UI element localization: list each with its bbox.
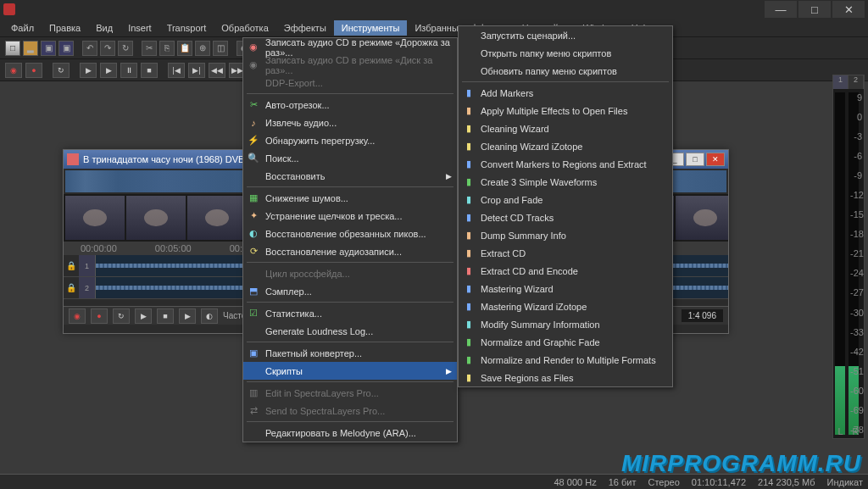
- menu-transport[interactable]: Transport: [159, 20, 214, 36]
- open-button[interactable]: ▂: [23, 41, 38, 56]
- go-end-button[interactable]: ▶|: [188, 63, 205, 78]
- menu-эффекты[interactable]: Эффекты: [276, 20, 334, 36]
- scrub-button[interactable]: ◐: [201, 308, 218, 324]
- undo-button[interactable]: ↶: [82, 41, 97, 56]
- stop-button[interactable]: ■: [141, 63, 158, 78]
- rewind-button[interactable]: ◀◀: [209, 63, 225, 78]
- meter-scale-tick: -18: [850, 229, 862, 239]
- repeat-button[interactable]: ↻: [118, 41, 133, 56]
- menu-обработка[interactable]: Обработка: [214, 20, 275, 36]
- menu-item[interactable]: Скрипты▶: [243, 362, 457, 380]
- pause-button[interactable]: ⏸: [120, 63, 137, 78]
- menu-item[interactable]: Generate Loudness Log...: [243, 322, 457, 340]
- menu-правка[interactable]: Правка: [42, 20, 88, 36]
- submenu-item[interactable]: ▮Normalize and Graphic Fade: [459, 333, 672, 351]
- play-all-button[interactable]: ▶: [100, 63, 117, 78]
- menu-item[interactable]: Восстановить▶: [243, 167, 457, 185]
- track-number[interactable]: 2: [79, 277, 96, 298]
- submenu-item[interactable]: ▮Add Markers: [459, 84, 672, 102]
- loop-button[interactable]: ↻: [53, 63, 70, 78]
- close-button[interactable]: ✕: [832, 1, 865, 18]
- cut-button[interactable]: ✂: [142, 41, 157, 56]
- meter-tab-1[interactable]: 1: [833, 75, 849, 89]
- submenu-item[interactable]: ▮Save Regions as Files: [459, 369, 672, 386]
- redo-button[interactable]: ↷: [100, 41, 115, 56]
- meter-tab-2[interactable]: 2: [849, 75, 864, 89]
- menu-item[interactable]: ⟳Восстановление аудиозаписи...: [243, 242, 457, 260]
- menu-item[interactable]: ▣Пакетный конвертер...: [243, 344, 457, 362]
- play-button[interactable]: ▶: [135, 308, 152, 324]
- menu-item[interactable]: Редактировать в Melodyne (ARA)...: [243, 424, 457, 442]
- script-icon: ▮: [462, 336, 476, 349]
- arm-record-button[interactable]: ◉: [5, 63, 22, 78]
- menu-item-icon: ⇄: [247, 404, 260, 418]
- menu-item[interactable]: ♪Извлечь аудио...: [243, 114, 457, 131]
- submenu-item[interactable]: ▮Crop and Fade: [459, 191, 672, 208]
- menu-item[interactable]: ◉Записать аудио CD в режиме «Дорожка за …: [243, 38, 457, 56]
- play-button[interactable]: ▶: [80, 63, 97, 78]
- menu-item[interactable]: ☑Статистика...: [243, 304, 457, 322]
- submenu-item[interactable]: ▮Extract CD: [459, 244, 672, 262]
- record-button[interactable]: ●: [25, 63, 42, 78]
- script-icon: ▮: [462, 104, 476, 118]
- submenu-item[interactable]: ▮Convert Markers to Regions and Extract: [459, 155, 672, 173]
- meter-scale-tick: -69: [850, 405, 862, 415]
- submenu-item[interactable]: ▮Detect CD Tracks: [459, 208, 672, 226]
- submenu-item[interactable]: ▮Mastering Wizard: [459, 280, 672, 297]
- menu-инструменты[interactable]: Инструменты: [334, 20, 408, 36]
- submenu-item[interactable]: Запустить сценарий...: [459, 26, 672, 44]
- submenu-item[interactable]: ▮Cleaning Wizard: [459, 119, 672, 137]
- menu-item-icon: ♪: [247, 116, 260, 130]
- loop-button[interactable]: ↻: [113, 308, 130, 324]
- menu-item-icon: [247, 169, 260, 183]
- save-as-button[interactable]: ▣: [58, 41, 74, 56]
- meter-bar-left: [835, 92, 845, 435]
- window-maximize-button[interactable]: □: [686, 153, 704, 166]
- track-number[interactable]: 1: [79, 255, 96, 276]
- submenu-item[interactable]: Открыть папку меню скриптов: [459, 44, 672, 62]
- record-button[interactable]: ●: [91, 308, 108, 324]
- submenu-item[interactable]: ▮Create 3 Simple Waveforms: [459, 173, 672, 191]
- meter-scale-tick: 9: [850, 92, 862, 103]
- submenu-item[interactable]: ▮Modify Summary Information: [459, 315, 672, 333]
- submenu-item[interactable]: Обновить папку меню скриптов: [459, 62, 672, 80]
- submenu-item-label: Cleaning Wizard iZotope: [481, 142, 582, 152]
- play-cursor-button[interactable]: ▶: [179, 308, 196, 324]
- stop-button[interactable]: ■: [157, 308, 174, 324]
- menu-item[interactable]: 🔍Поиск...: [243, 149, 457, 167]
- meter-scale-tick: -9: [850, 170, 862, 181]
- menu-item[interactable]: ▦Снижение шумов...: [243, 189, 457, 207]
- copy-button[interactable]: ⎘: [159, 41, 175, 56]
- menu-вид[interactable]: Вид: [88, 20, 120, 36]
- go-start-button[interactable]: |◀: [168, 63, 185, 78]
- submenu-item[interactable]: ▮Mastering Wizard iZotope: [459, 297, 672, 315]
- lock-icon[interactable]: 🔒: [64, 255, 79, 276]
- submenu-item[interactable]: ▮Apply Multiple Effects to Open Files: [459, 102, 672, 119]
- submenu-item[interactable]: ▮Normalize and Render to Multiple Format…: [459, 351, 672, 369]
- arm-record-button[interactable]: ◉: [69, 308, 86, 324]
- menu-item-icon: ▣: [247, 347, 260, 360]
- status-channels: Стерео: [648, 477, 679, 487]
- submenu-item[interactable]: ▮Cleaning Wizard iZotope: [459, 137, 672, 155]
- samples-field[interactable]: 1:4 096: [682, 309, 723, 322]
- script-icon: ▮: [462, 371, 476, 385]
- lock-icon[interactable]: 🔒: [64, 277, 79, 298]
- mix-button[interactable]: ⊕: [195, 41, 210, 56]
- paste-button[interactable]: 📋: [177, 41, 192, 56]
- window-close-button[interactable]: ✕: [706, 153, 725, 166]
- maximize-button[interactable]: □: [798, 1, 831, 18]
- menu-item-icon: ☑: [247, 307, 260, 320]
- menu-item[interactable]: ✂Авто-отрезок...: [243, 96, 457, 114]
- submenu-item[interactable]: ▮Dump Summary Info: [459, 226, 672, 244]
- menu-item[interactable]: ✦Устранение щелчков и треска...: [243, 207, 457, 225]
- submenu-item[interactable]: ▮Extract CD and Encode: [459, 262, 672, 280]
- minimize-button[interactable]: —: [765, 1, 797, 18]
- menu-insert[interactable]: Insert: [120, 20, 159, 36]
- trim-button[interactable]: ◫: [213, 41, 228, 56]
- new-button[interactable]: □: [5, 41, 20, 56]
- menu-файл[interactable]: Файл: [3, 20, 42, 36]
- menu-item[interactable]: ◐Восстановление обрезанных пиков...: [243, 225, 457, 242]
- menu-item[interactable]: ⚡Обнаружить перегрузку...: [243, 131, 457, 149]
- menu-item[interactable]: ⬒Сэмплер...: [243, 282, 457, 300]
- save-button[interactable]: ▣: [41, 41, 56, 56]
